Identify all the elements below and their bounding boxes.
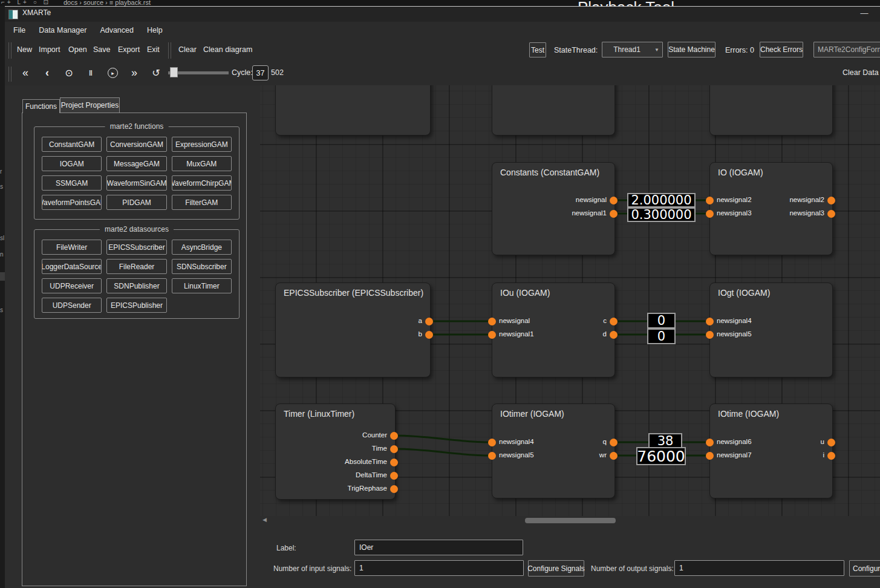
palette-asyncbridge[interactable]: AsyncBridge	[172, 240, 232, 255]
minimize-button[interactable]: —	[858, 7, 871, 19]
clear-data-button[interactable]: Clear Data	[843, 68, 879, 77]
palette-muxgam[interactable]: MuxGAM	[172, 156, 232, 171]
output-port-Counter[interactable]	[390, 432, 398, 440]
thread-select[interactable]: Thread1 ▼	[602, 42, 663, 57]
refresh-button[interactable]: ↺	[148, 65, 164, 80]
output-port-newsignal2[interactable]	[827, 197, 835, 204]
playback-slider-handle[interactable]	[170, 67, 178, 77]
import-button[interactable]: Import	[39, 45, 60, 54]
label-input[interactable]	[354, 540, 523, 555]
breadcrumb: docs › source › ≡ playback.rst	[64, 0, 151, 6]
output-port-newsignal3[interactable]	[827, 210, 835, 218]
palette-udpreceiver[interactable]: UDPReceiver	[42, 278, 102, 293]
scroll-left-icon[interactable]: ◀	[262, 517, 267, 523]
input-port-newsignal1[interactable]	[488, 331, 496, 339]
input-port-newsignal2[interactable]	[706, 197, 714, 204]
palette-loggerdatasource[interactable]: LoggerDataSource	[42, 259, 102, 274]
menu-file[interactable]: File	[13, 26, 25, 34]
background-toolbar-icons: ⌐+ Ĺ+ ○ ⊡	[1, 0, 51, 5]
palette-waveformpointsgam[interactable]: WaveformPointsGAM	[42, 195, 102, 210]
palette-udpsender[interactable]: UDPSender	[42, 298, 102, 313]
palette-waveformchirpgam[interactable]: WaveformChirpGAM	[172, 175, 232, 191]
output-port-a[interactable]	[425, 318, 433, 325]
toolbar-handle	[8, 67, 9, 82]
palette-constantgam[interactable]: ConstantGAM	[42, 137, 102, 152]
menu-advanced[interactable]: Advanced	[100, 26, 134, 34]
palette-expressiongam[interactable]: ExpressionGAM	[172, 137, 232, 152]
palette-iogam[interactable]: IOGAM	[42, 156, 102, 171]
toolbar-handle	[11, 67, 11, 82]
output-port-DeltaTime[interactable]	[390, 472, 398, 480]
palette-filewriter[interactable]: FileWriter	[42, 240, 102, 255]
group-marte2-functions: marte2 functions ConstantGAMConversionGA…	[34, 126, 240, 220]
output-port-q[interactable]	[610, 439, 618, 446]
save-button[interactable]: Save	[93, 45, 111, 54]
input-port-newsignal5[interactable]	[488, 452, 496, 460]
record-button[interactable]: ⊙	[61, 65, 77, 80]
input-port-newsignal[interactable]	[488, 318, 496, 325]
palette-conversiongam[interactable]: ConversionGAM	[106, 137, 166, 152]
play-button[interactable]: ▸	[105, 65, 120, 80]
group-title: marte2 datasources	[100, 225, 174, 234]
function-palette: ConstantGAMConversionGAMExpressionGAMIOG…	[42, 137, 232, 210]
palette-epicspublisher[interactable]: EPICSPublisher	[106, 298, 166, 313]
skip-backward-button[interactable]: «	[18, 65, 33, 80]
skip-forward-button[interactable]: »	[126, 65, 142, 80]
output-port-b[interactable]	[425, 331, 433, 339]
input-port-newsignal7[interactable]	[706, 452, 714, 460]
new-button[interactable]: New	[17, 45, 32, 54]
output-port-newsignal1[interactable]	[610, 210, 618, 218]
tab-project-properties[interactable]: Project Properties	[60, 97, 120, 113]
input-port-newsignal3[interactable]	[706, 210, 714, 218]
output-port-d[interactable]	[610, 331, 618, 339]
palette-sdnsubscriber[interactable]: SDNSubscriber	[172, 259, 232, 274]
palette-filtergam[interactable]: FilterGAM	[172, 195, 232, 210]
cycle-input[interactable]	[252, 65, 269, 80]
export-button[interactable]: Export	[118, 45, 140, 54]
output-port-wr[interactable]	[610, 452, 618, 460]
label-caption: Label:	[276, 544, 296, 552]
output-signals-input[interactable]	[674, 560, 844, 576]
palette-pidgam[interactable]: PIDGAM	[106, 195, 166, 210]
open-button[interactable]: Open	[68, 45, 87, 54]
output-port-c[interactable]	[610, 318, 618, 325]
exit-button[interactable]: Exit	[147, 45, 160, 54]
output-port-i[interactable]	[827, 452, 835, 460]
menu-data-manager[interactable]: Data Manager	[39, 26, 86, 34]
input-port-newsignal4[interactable]	[488, 439, 496, 446]
configure-output-signals-button[interactable]: Configure Signals	[849, 560, 880, 577]
clear-button[interactable]: Clear	[178, 45, 197, 54]
horizontal-scrollbar[interactable]	[525, 518, 616, 523]
check-errors-button[interactable]: Check Errors	[760, 42, 803, 57]
palette-epicssubscriber[interactable]: EPICSSubscriber	[106, 240, 166, 255]
palette-waveformsingam[interactable]: WaveformSinGAM	[106, 175, 166, 191]
palette-ssmgam[interactable]: SSMGAM	[42, 175, 102, 191]
palette-messagegam[interactable]: MessageGAM	[106, 156, 166, 171]
title-bar[interactable]	[5, 7, 880, 22]
step-backward-button[interactable]: ‹	[39, 65, 55, 80]
clean-diagram-button[interactable]: Clean diagram	[203, 45, 252, 54]
background-page-title: Playback Tool	[578, 0, 674, 6]
statethread-label: StateThread:	[554, 46, 598, 54]
config-format-select[interactable]: MARTe2ConfigFormat	[813, 42, 880, 57]
configure-input-signals-button[interactable]: Configure Signals	[528, 560, 584, 577]
output-port-u[interactable]	[827, 439, 835, 446]
input-port-newsignal6[interactable]	[706, 439, 714, 446]
diagram-canvas[interactable]: Constants (ConstantGAM)newsignalnewsigna…	[260, 85, 880, 516]
input-signals-caption: Number of input signals:	[273, 564, 351, 573]
input-signals-input[interactable]	[354, 560, 524, 576]
pause-button[interactable]: Ⅱ	[83, 65, 99, 80]
output-port-Time[interactable]	[390, 445, 398, 453]
output-port-TrigRephase[interactable]	[390, 485, 398, 493]
state-machine-button[interactable]: State Machine	[668, 42, 715, 57]
palette-filereader[interactable]: FileReader	[106, 259, 166, 274]
menu-help[interactable]: Help	[147, 26, 163, 34]
input-port-newsignal5[interactable]	[706, 331, 714, 339]
output-port-AbsoluteTime[interactable]	[390, 459, 398, 466]
input-port-newsignal4[interactable]	[706, 318, 714, 325]
palette-linuxtimer[interactable]: LinuxTimer	[172, 278, 232, 293]
test-button[interactable]: Test	[529, 42, 546, 57]
palette-sdnpublisher[interactable]: SDNPublisher	[106, 278, 166, 293]
output-port-newsignal[interactable]	[610, 197, 618, 204]
tab-functions[interactable]: Functions	[22, 99, 60, 113]
